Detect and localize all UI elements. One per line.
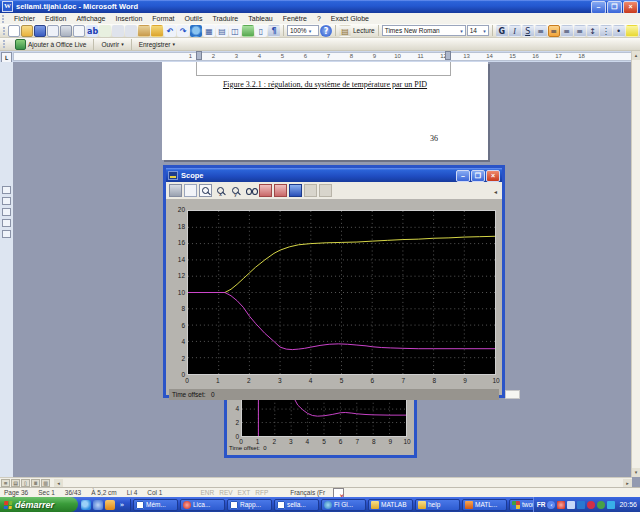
lock-axes-icon[interactable] <box>304 184 317 197</box>
language-indicator[interactable]: FR <box>537 497 546 512</box>
excel-icon[interactable]: ▤ <box>216 25 228 37</box>
start-button[interactable]: démarrer <box>0 497 78 512</box>
scope-title-bar[interactable]: Scope – ❐ × <box>166 168 502 182</box>
print-preview-icon[interactable] <box>73 25 85 37</box>
align-right-button[interactable]: ≡ <box>561 25 573 37</box>
scope-print-icon[interactable] <box>169 184 182 197</box>
columns-icon[interactable]: ◫ <box>229 25 241 37</box>
internet-icon[interactable] <box>93 500 103 510</box>
lecture-button[interactable]: ▤ Lecture <box>339 25 375 37</box>
document-page[interactable]: Figure 3.2.1 : régulation, du système de… <box>162 62 488 160</box>
save-icon[interactable] <box>34 25 46 37</box>
taskbar-button[interactable]: Lica... <box>180 499 225 511</box>
office-live-add-button[interactable]: Ajouter à Office Live <box>12 39 89 50</box>
ruler[interactable]: L 123456789101112131415161718 <box>0 51 640 62</box>
menu-item[interactable]: Fenêtre <box>278 15 312 22</box>
menu-item[interactable]: Affichage <box>71 15 110 22</box>
security-icon[interactable] <box>587 501 595 509</box>
cut-icon[interactable] <box>112 25 124 37</box>
show-paragraph-icon[interactable]: ¶ <box>268 25 280 37</box>
taskbar-button[interactable]: MATLAB <box>368 499 413 511</box>
research-icon[interactable] <box>99 25 111 37</box>
zoom-icon[interactable] <box>199 184 212 197</box>
taskbar-button[interactable]: MATL... <box>462 499 507 511</box>
underline-button[interactable]: S <box>522 25 534 37</box>
format-painter-icon[interactable] <box>151 25 163 37</box>
floating-scope-icon[interactable] <box>289 184 302 197</box>
outline-view-button[interactable]: ≣ <box>31 479 40 487</box>
drawing-icon[interactable] <box>242 25 254 37</box>
scope-window[interactable]: Scope – ❐ × xy ◂ 02468101214161820012345… <box>163 165 505 398</box>
zoom-y-icon[interactable]: y <box>229 184 242 197</box>
menu-item[interactable]: Insertion <box>110 15 147 22</box>
ie-icon[interactable] <box>81 500 91 510</box>
toolbar-overflow-icon[interactable]: ◂ <box>494 188 497 195</box>
font-select[interactable]: Times New Roman▾ <box>382 25 466 36</box>
taskbar-button[interactable]: Rapp... <box>227 499 272 511</box>
web-view-button[interactable]: ▤ <box>11 479 20 487</box>
right-indent-marker[interactable] <box>445 51 451 60</box>
numbering-button[interactable]: ⋮ <box>600 25 612 37</box>
signal-selection-icon[interactable] <box>319 184 332 197</box>
font-size-select[interactable]: 14▾ <box>467 25 489 36</box>
taskbar-button[interactable]: Fl Gl... <box>321 499 366 511</box>
table-icon[interactable]: ▦ <box>203 25 215 37</box>
print-view-button[interactable]: ▯ <box>21 479 30 487</box>
taskbar-button[interactable]: Mém... <box>133 499 178 511</box>
office-live-open-button[interactable]: Ouvrir ▾ <box>98 39 126 50</box>
normal-view-button[interactable]: ≡ <box>1 479 10 487</box>
restore-axes-icon[interactable] <box>274 184 287 197</box>
autoscale-icon[interactable] <box>244 184 257 197</box>
menu-item[interactable]: Fichier <box>9 15 40 22</box>
avira-tray-icon[interactable] <box>557 501 565 509</box>
scope-window-background[interactable]: 024012345678910 Time offset: 0 <box>224 398 417 458</box>
overflow-chevron-icon[interactable]: » <box>117 500 127 510</box>
redo-icon[interactable]: ↷ <box>177 25 189 37</box>
paste-icon[interactable] <box>138 25 150 37</box>
close-button[interactable]: × <box>486 170 500 182</box>
spelling-icon[interactable]: ab <box>86 25 98 37</box>
taskbar-button[interactable]: help <box>415 499 460 511</box>
help-icon[interactable]: ? <box>320 25 332 37</box>
align-justify-button[interactable]: ≡ <box>574 25 586 37</box>
scope-parameters-icon[interactable] <box>184 184 197 197</box>
new-document-icon[interactable] <box>8 25 20 37</box>
menu-item[interactable]: Format <box>147 15 179 22</box>
align-center-button[interactable]: ≡ <box>548 25 560 37</box>
highlight-button[interactable] <box>626 25 638 37</box>
save-axes-icon[interactable] <box>259 184 272 197</box>
copy-icon[interactable] <box>125 25 137 37</box>
maximize-button[interactable]: ❐ <box>471 170 485 182</box>
open-icon[interactable] <box>21 25 33 37</box>
bold-button[interactable]: G <box>496 25 508 37</box>
undo-icon[interactable]: ↶ <box>164 25 176 37</box>
bullets-button[interactable]: • <box>613 25 625 37</box>
scroll-up-icon[interactable]: ▴ <box>632 51 640 60</box>
document-map-icon[interactable]: ▯ <box>255 25 267 37</box>
menu-item[interactable]: Outils <box>180 15 208 22</box>
mail-icon[interactable] <box>47 25 59 37</box>
taskbar-button[interactable]: sella... <box>274 499 319 511</box>
minimize-button[interactable]: – <box>456 170 470 182</box>
reading-view-button[interactable]: ▥ <box>41 479 50 487</box>
app-launcher-icon[interactable] <box>105 500 115 510</box>
align-left-button[interactable]: ≡ <box>535 25 547 37</box>
print-icon[interactable] <box>60 25 72 37</box>
menu-item[interactable]: Exact Globe <box>326 15 374 22</box>
update-icon[interactable] <box>597 501 605 509</box>
vertical-scrollbar[interactable]: ▴ ▾ <box>631 51 640 477</box>
zoom-select[interactable]: 100%▾ <box>287 25 319 36</box>
line-spacing-button[interactable]: ↕ <box>587 25 599 37</box>
office-live-save-button[interactable]: Enregistrer ▾ <box>136 39 178 50</box>
messenger-icon[interactable] <box>607 501 615 509</box>
volume-icon[interactable] <box>567 501 575 509</box>
menu-item[interactable]: ? <box>312 15 326 22</box>
menu-item[interactable]: Edition <box>40 15 71 22</box>
italic-button[interactable]: I <box>509 25 521 37</box>
zoom-x-icon[interactable]: x <box>214 184 227 197</box>
menu-item[interactable]: Traduire <box>207 15 243 22</box>
hyperlink-icon[interactable] <box>190 25 202 37</box>
word-title-bar[interactable]: W sellami.tijahi.doc - Microsoft Word – … <box>0 0 640 13</box>
left-indent-marker[interactable] <box>196 51 202 60</box>
menu-item[interactable]: Tableau <box>243 15 278 22</box>
